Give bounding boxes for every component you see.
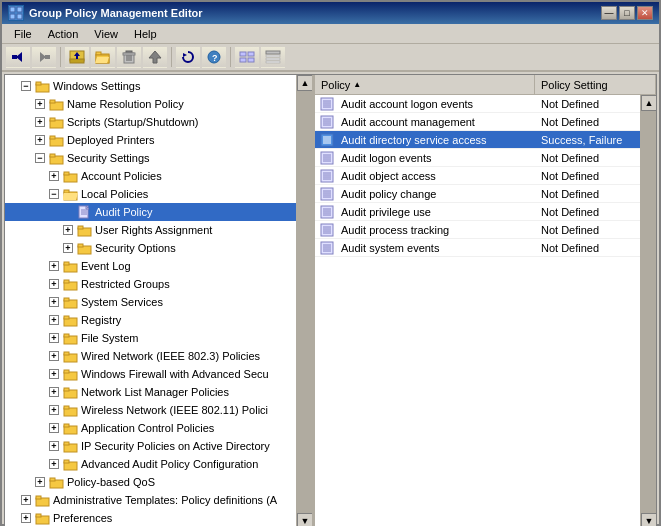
tree-icon-admin-templates bbox=[35, 492, 51, 508]
menu-file[interactable]: File bbox=[6, 26, 40, 42]
policy-column-header[interactable]: Policy ▲ bbox=[315, 75, 535, 94]
title-bar: Group Policy Management Editor — □ ✕ bbox=[2, 2, 659, 24]
tree-label-local-policies: Local Policies bbox=[81, 188, 152, 200]
up-button[interactable] bbox=[65, 46, 89, 68]
tree-expander-wireless-network[interactable]: + bbox=[47, 403, 61, 417]
list-row-audit-process-tracking[interactable]: Audit process trackingNot Defined bbox=[315, 221, 640, 239]
tree-expander-audit-policy[interactable] bbox=[61, 205, 75, 219]
tree-item-ip-security[interactable]: + IP Security Policies on Active Directo… bbox=[5, 437, 296, 455]
tree-expander-event-log[interactable]: + bbox=[47, 259, 61, 273]
menu-view[interactable]: View bbox=[86, 26, 126, 42]
tree-item-admin-templates[interactable]: + Administrative Templates: Policy defin… bbox=[5, 491, 296, 509]
move-button[interactable] bbox=[143, 46, 167, 68]
tree-expander-security-options[interactable]: + bbox=[61, 241, 75, 255]
tree-item-registry[interactable]: + Registry bbox=[5, 311, 296, 329]
tree-item-name-resolution[interactable]: + Name Resolution Policy bbox=[5, 95, 296, 113]
tree-item-advanced-audit[interactable]: + Advanced Audit Policy Configuration bbox=[5, 455, 296, 473]
tree-item-network-list[interactable]: + Network List Manager Policies bbox=[5, 383, 296, 401]
svg-rect-73 bbox=[64, 388, 69, 391]
list-row-audit-system-events[interactable]: Audit system eventsNot Defined bbox=[315, 239, 640, 257]
list-view-button[interactable] bbox=[235, 46, 259, 68]
maximize-button[interactable]: □ bbox=[619, 6, 635, 20]
tree-expander-ip-security[interactable]: + bbox=[47, 439, 61, 453]
menu-help[interactable]: Help bbox=[126, 26, 165, 42]
tree-item-preferences[interactable]: + Preferences bbox=[5, 509, 296, 526]
list-row-audit-object-access[interactable]: Audit object accessNot Defined bbox=[315, 167, 640, 185]
svg-rect-77 bbox=[64, 424, 69, 427]
tree-item-wireless-network[interactable]: + Wireless Network (IEEE 802.11) Polici bbox=[5, 401, 296, 419]
tree-expander-deployed-printers[interactable]: + bbox=[33, 133, 47, 147]
tree-label-ip-security: IP Security Policies on Active Directory bbox=[81, 440, 274, 452]
toolbar-separator-2 bbox=[171, 47, 172, 67]
tree-item-system-services[interactable]: + System Services bbox=[5, 293, 296, 311]
tree-item-restricted-groups[interactable]: + Restricted Groups bbox=[5, 275, 296, 293]
tree-expander-admin-templates[interactable]: + bbox=[19, 493, 33, 507]
list-content[interactable]: Audit account logon eventsNot Defined Au… bbox=[315, 95, 640, 526]
list-scroll-down[interactable]: ▼ bbox=[641, 513, 656, 526]
tree-expander-wired-network[interactable]: + bbox=[47, 349, 61, 363]
tree-expander-windows-firewall[interactable]: + bbox=[47, 367, 61, 381]
tree-expander-registry[interactable]: + bbox=[47, 313, 61, 327]
tree-icon-file-system bbox=[63, 330, 79, 346]
tree-expander-windows-settings[interactable]: − bbox=[19, 79, 33, 93]
minimize-button[interactable]: — bbox=[601, 6, 617, 20]
tree-item-scripts[interactable]: + Scripts (Startup/Shutdown) bbox=[5, 113, 296, 131]
tree-scroll-up[interactable]: ▲ bbox=[297, 75, 312, 91]
tree-item-wired-network[interactable]: + Wired Network (IEEE 802.3) Policies bbox=[5, 347, 296, 365]
tree-item-local-policies[interactable]: − Local Policies bbox=[5, 185, 296, 203]
tree-expander-restricted-groups[interactable]: + bbox=[47, 277, 61, 291]
detail-view-button[interactable] bbox=[261, 46, 285, 68]
app-title: Group Policy Management Editor bbox=[29, 7, 203, 19]
tree-expander-preferences[interactable]: + bbox=[19, 511, 33, 525]
tree-icon-deployed-printers bbox=[49, 132, 65, 148]
tree-children-windows-settings: + Name Resolution Policy+ Scripts (Start… bbox=[5, 95, 296, 491]
tree-item-policy-based-qos[interactable]: + Policy-based QoS bbox=[5, 473, 296, 491]
tree-item-account-policies[interactable]: + Account Policies bbox=[5, 167, 296, 185]
tree-item-user-rights[interactable]: + User Rights Assignment bbox=[5, 221, 296, 239]
list-row-audit-directory-service[interactable]: Audit directory service accessSuccess, F… bbox=[315, 131, 640, 149]
close-button[interactable]: ✕ bbox=[637, 6, 653, 20]
tree-item-audit-policy[interactable]: Audit Policy bbox=[5, 203, 296, 221]
svg-rect-29 bbox=[248, 58, 254, 62]
tree-content[interactable]: − Windows Settings+ Name Resolution Poli… bbox=[5, 75, 296, 526]
list-row-audit-logon-events[interactable]: Audit logon eventsNot Defined bbox=[315, 149, 640, 167]
tree-expander-local-policies[interactable]: − bbox=[47, 187, 61, 201]
svg-rect-63 bbox=[64, 298, 69, 301]
tree-item-windows-firewall[interactable]: + Windows Firewall with Advanced Secu bbox=[5, 365, 296, 383]
tree-item-event-log[interactable]: + Event Log bbox=[5, 257, 296, 275]
tree-item-security-options[interactable]: + Security Options bbox=[5, 239, 296, 257]
tree-expander-advanced-audit[interactable]: + bbox=[47, 457, 61, 471]
tree-icon-windows-firewall bbox=[63, 366, 79, 382]
menu-action[interactable]: Action bbox=[40, 26, 87, 42]
tree-item-deployed-printers[interactable]: + Deployed Printers bbox=[5, 131, 296, 149]
list-scroll-up[interactable]: ▲ bbox=[641, 95, 656, 111]
tree-expander-application-control[interactable]: + bbox=[47, 421, 61, 435]
tree-expander-security-settings[interactable]: − bbox=[33, 151, 47, 165]
tree-expander-user-rights[interactable]: + bbox=[61, 223, 75, 237]
tree-expander-file-system[interactable]: + bbox=[47, 331, 61, 345]
forward-button[interactable] bbox=[32, 46, 56, 68]
folder-button[interactable] bbox=[91, 46, 115, 68]
tree-expander-account-policies[interactable]: + bbox=[47, 169, 61, 183]
list-row-audit-privilege-use[interactable]: Audit privilege useNot Defined bbox=[315, 203, 640, 221]
back-button[interactable] bbox=[6, 46, 30, 68]
svg-rect-30 bbox=[266, 51, 280, 54]
svg-rect-2 bbox=[10, 14, 15, 19]
tree-item-security-settings[interactable]: − Security Settings bbox=[5, 149, 296, 167]
tree-item-file-system[interactable]: + File System bbox=[5, 329, 296, 347]
tree-expander-policy-based-qos[interactable]: + bbox=[33, 475, 47, 489]
setting-column-header[interactable]: Policy Setting bbox=[535, 75, 656, 94]
info-button[interactable]: ? bbox=[202, 46, 226, 68]
tree-expander-scripts[interactable]: + bbox=[33, 115, 47, 129]
list-row-audit-account-logon[interactable]: Audit account logon eventsNot Defined bbox=[315, 95, 640, 113]
list-row-audit-policy-change[interactable]: Audit policy changeNot Defined bbox=[315, 185, 640, 203]
list-row-audit-account-management[interactable]: Audit account managementNot Defined bbox=[315, 113, 640, 131]
tree-item-windows-settings[interactable]: − Windows Settings bbox=[5, 77, 296, 95]
tree-scroll-down[interactable]: ▼ bbox=[297, 513, 312, 526]
tree-expander-network-list[interactable]: + bbox=[47, 385, 61, 399]
tree-item-application-control[interactable]: + Application Control Policies bbox=[5, 419, 296, 437]
tree-expander-system-services[interactable]: + bbox=[47, 295, 61, 309]
refresh-button[interactable] bbox=[176, 46, 200, 68]
delete-button[interactable] bbox=[117, 46, 141, 68]
tree-expander-name-resolution[interactable]: + bbox=[33, 97, 47, 111]
